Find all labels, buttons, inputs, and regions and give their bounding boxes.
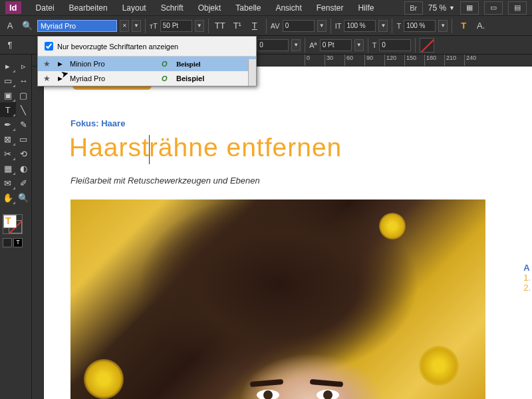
app-logo: Id	[5, 1, 21, 14]
vscale-input[interactable]	[344, 20, 376, 32]
ruler-tick: 60	[344, 55, 353, 66]
allcaps-icon[interactable]: TT	[213, 19, 227, 33]
scrollbar[interactable]	[248, 59, 256, 86]
scissors-tool[interactable]: ✂	[0, 146, 16, 161]
para-format-icon[interactable]: ¶	[3, 38, 17, 53]
zoom-value: 75 %	[428, 3, 446, 13]
favorites-checkbox[interactable]	[45, 42, 53, 51]
eyedropper-tool[interactable]: ✐	[16, 176, 32, 190]
baseline-icon: Aª	[309, 41, 317, 49]
ruler-tick: 120	[384, 55, 396, 66]
font-size-icon: тT	[150, 22, 158, 30]
formatting-text-icon[interactable]: T	[13, 238, 23, 247]
content-collector-tool[interactable]: ▣	[0, 88, 16, 102]
ruler-tick: 180	[424, 55, 436, 66]
control-panel-row1: A 🔍 ✕ ▼ тT ▼ TT T¹ T AV ▼ IT ▼ T ▼ T A.	[0, 16, 532, 36]
font-family-input[interactable]	[37, 20, 117, 32]
menu-fenster[interactable]: Fenster	[310, 1, 350, 15]
hscale-input[interactable]	[404, 20, 436, 32]
skew-icon: T	[372, 41, 377, 49]
font-filter-row[interactable]: Nur bevorzugte Schriftarten anzeigen	[38, 37, 256, 57]
char-style-icon[interactable]: A.	[473, 19, 488, 33]
sidebar-heading: A	[523, 263, 531, 273]
note-tool[interactable]: ✉	[0, 176, 16, 190]
baseline-input[interactable]	[320, 39, 352, 51]
font-dropdown-panel: Nur bevorzugte Schriftarten anzeigen ★ ▶…	[37, 36, 257, 86]
menu-bearbeiten[interactable]: Bearbeiten	[63, 1, 114, 15]
content-placer-tool[interactable]: ▢	[16, 88, 32, 102]
hscale-dropdown[interactable]: ▼	[438, 20, 448, 32]
menu-ansicht[interactable]: Ansicht	[269, 1, 308, 15]
font-sample: Beispiel	[176, 74, 204, 82]
screen-mode-icon[interactable]: ▭	[484, 1, 503, 15]
font-size-input[interactable]	[160, 20, 192, 32]
sidebar-text: A 1. 2.	[523, 263, 531, 293]
opentype-icon: O	[162, 74, 171, 82]
kerning-dropdown[interactable]: ▼	[317, 20, 327, 32]
vertical-ruler[interactable]	[32, 66, 44, 399]
gradient-swatch-tool[interactable]: ▦	[0, 161, 16, 176]
underline-icon[interactable]: T	[247, 19, 262, 33]
ruler-tick: 90	[364, 55, 373, 66]
menu-hilfe[interactable]: Hilfe	[351, 1, 380, 15]
size-dropdown-arrow[interactable]: ▼	[195, 20, 204, 32]
ruler-tick: 30	[325, 55, 333, 66]
headline-text[interactable]: Haarsträhne entfernen	[69, 133, 342, 164]
character-format-icon[interactable]: A	[3, 19, 17, 33]
menu-schrift[interactable]: Schrift	[154, 1, 190, 15]
fill-color-icon[interactable]: T	[456, 19, 471, 33]
menu-tabelle[interactable]: Tabelle	[229, 1, 267, 15]
tool-panel: ▸▹ ▭↔ ▣▢ T╲ ✒✎ ⊠▭ ✂⟲ ▦◐ ✉✐ ✋🔍 T T	[0, 55, 32, 399]
type-tool[interactable]: T	[0, 102, 16, 117]
font-item-minion[interactable]: ★ ▶ Minion Pro O Beispiel	[38, 57, 256, 71]
arrange-icon[interactable]: ▤	[508, 1, 527, 15]
stroke-none-icon[interactable]	[420, 38, 434, 53]
star-icon[interactable]: ★	[43, 74, 53, 83]
zoom-tool[interactable]: 🔍	[16, 190, 32, 205]
pencil-tool[interactable]: ✎	[16, 117, 32, 132]
ruler-tick: 210	[444, 55, 456, 66]
hand-tool[interactable]: ✋	[0, 190, 16, 205]
font-clear-icon[interactable]: ✕	[120, 20, 129, 32]
vscale-dropdown[interactable]: ▼	[378, 20, 388, 32]
gap-tool[interactable]: ↔	[16, 73, 32, 88]
selection-tool[interactable]: ▸	[0, 59, 16, 73]
transform-tool[interactable]: ⟲	[16, 146, 32, 161]
search-icon[interactable]: 🔍	[20, 19, 35, 33]
font-name: Myriad Pro	[70, 74, 156, 82]
font-name: Minion Pro	[70, 60, 156, 68]
bridge-button[interactable]: Br	[404, 1, 423, 15]
hscale-icon: T	[396, 22, 401, 30]
opentype-icon: O	[162, 60, 171, 68]
menu-datei[interactable]: Datei	[29, 1, 61, 15]
skew-input[interactable]	[379, 39, 411, 51]
gradient-feather-tool[interactable]: ◐	[16, 161, 32, 176]
fill-stroke-swatch[interactable]: T	[3, 214, 23, 234]
font-sample: Beispiel	[176, 60, 201, 68]
pen-tool[interactable]: ✒	[0, 117, 16, 132]
font-dropdown-arrow[interactable]: ▼	[132, 20, 141, 32]
superscript-icon[interactable]: T¹	[230, 19, 245, 33]
line-tool[interactable]: ╲	[16, 102, 32, 117]
apply-color-icon[interactable]	[3, 238, 12, 247]
list-number: 2.	[523, 283, 531, 293]
rectangle-tool[interactable]: ▭	[16, 132, 32, 146]
star-icon[interactable]: ★	[43, 59, 53, 68]
page-tool[interactable]: ▭	[0, 73, 16, 88]
font-item-myriad[interactable]: ★ ▶ Myriad Pro O Beispiel	[38, 71, 256, 86]
tracking-input[interactable]	[257, 39, 289, 51]
tracking-dropdown[interactable]: ▼	[291, 39, 301, 51]
chevron-down-icon: ▼	[449, 5, 455, 11]
frame-tool[interactable]: ⊠	[0, 132, 16, 146]
zoom-level[interactable]: 75 % ▼	[428, 3, 455, 13]
expand-icon[interactable]: ▶	[58, 61, 65, 67]
favorites-label: Nur bevorzugte Schriftarten anzeigen	[57, 43, 178, 51]
kerning-input[interactable]	[283, 20, 315, 32]
vscale-icon: IT	[335, 22, 342, 30]
menu-layout[interactable]: Layout	[116, 1, 153, 15]
direct-selection-tool[interactable]: ▹	[16, 59, 32, 73]
view-options-icon[interactable]: ▦	[460, 1, 479, 15]
document-page[interactable]: How-to Fokus: Haare Haarsträhne entferne…	[44, 66, 532, 399]
menu-objekt[interactable]: Objekt	[192, 1, 228, 15]
baseline-dropdown[interactable]: ▼	[354, 39, 364, 51]
